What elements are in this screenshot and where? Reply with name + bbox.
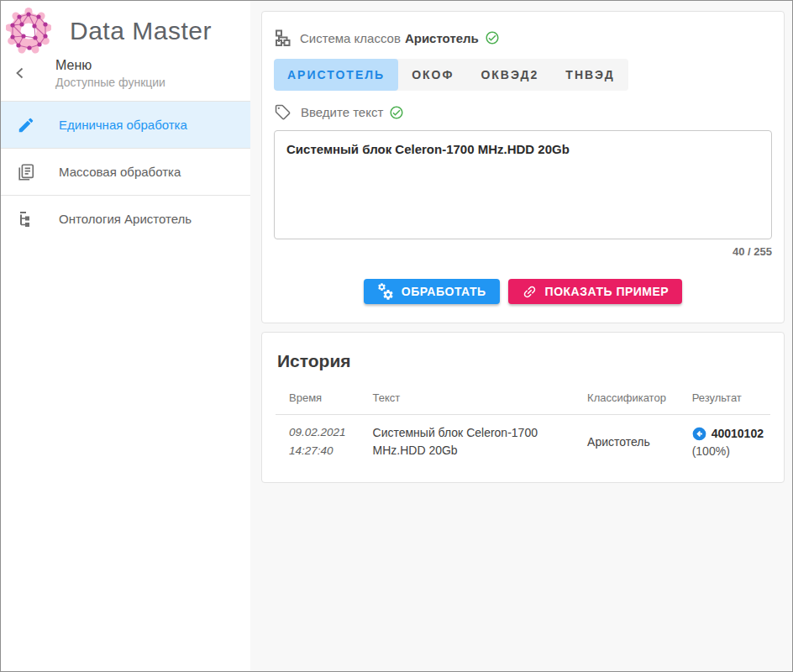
show-example-button-label: ПОКАЗАТЬ ПРИМЕР (545, 285, 670, 298)
check-circle-icon (485, 30, 500, 45)
classifier-row: Система классов Аристотель (274, 29, 772, 46)
tab-tnved[interactable]: ТНВЭД (552, 59, 628, 91)
data-master-logo-icon (6, 8, 51, 55)
classifier-tabs: АРИСТОТЕЛЬ ОКОФ ОКВЭД2 ТНВЭД (274, 59, 628, 91)
check-circle-icon (389, 105, 404, 120)
menu-header: Меню Доступные функции (1, 56, 250, 101)
sidebar: Data Master Меню Доступные функции Едини… (1, 1, 250, 671)
history-title: История (276, 346, 770, 383)
sidebar-item-ontology[interactable]: Онтология Аристотель (1, 195, 250, 242)
column-header-result: Результат (679, 383, 770, 415)
collapse-sidebar-chevron-left-icon[interactable] (14, 66, 26, 83)
menu-subtitle: Доступные функции (55, 76, 242, 89)
pencil-icon (16, 116, 36, 134)
column-header-time: Время (276, 383, 360, 415)
input-label-row: Введите текст (274, 103, 772, 121)
schema-icon (274, 29, 291, 46)
document-icon (16, 163, 36, 181)
menu-title: Меню (55, 58, 242, 73)
logo-row: Data Master (1, 1, 250, 56)
processing-card: Система классов Аристотель АРИСТОТЕЛЬ ОК… (261, 11, 785, 323)
history-cell-result: 40010102 (100%) (679, 415, 770, 471)
sidebar-nav: Единичная обработка Массовая обработка (1, 101, 250, 242)
classifier-label: Система классов (300, 31, 401, 45)
history-cell-text: Системный блок Celeron-1700 MHz.HDD 20Gb (360, 415, 575, 471)
tab-okof[interactable]: ОКОФ (398, 59, 467, 91)
arrow-left-circle-icon[interactable] (692, 427, 706, 441)
column-header-classifier: Классификатор (574, 383, 679, 415)
history-date: 09.02.2021 (289, 423, 353, 442)
sidebar-item-single-processing[interactable]: Единичная обработка (1, 101, 250, 148)
result-code: 40010102 (712, 427, 764, 440)
sidebar-item-label: Единичная обработка (59, 118, 187, 132)
column-header-text: Текст (360, 383, 575, 415)
result-percent: (100%) (692, 444, 764, 458)
tag-icon (274, 103, 291, 121)
process-button[interactable]: ОБРАБОТАТЬ (364, 279, 500, 304)
ontology-tree-icon (16, 210, 36, 228)
history-card: История Время Текст Классификатор Резуль… (261, 332, 785, 483)
main-content: Система классов Аристотель АРИСТОТЕЛЬ ОК… (250, 1, 792, 671)
sidebar-item-mass-processing[interactable]: Массовая обработка (1, 148, 250, 195)
table-row: 09.02.2021 14:27:40 Системный блок Celer… (276, 415, 770, 471)
history-cell-classifier: Аристотель (574, 415, 679, 471)
history-header-row: Время Текст Классификатор Результат (276, 383, 770, 415)
action-buttons: ОБРАБОТАТЬ ПОКАЗАТЬ ПРИМЕР (274, 279, 772, 304)
app-window: Data Master Меню Доступные функции Едини… (0, 0, 793, 672)
history-time: 14:27:40 (289, 442, 353, 460)
show-example-button[interactable]: ПОКАЗАТЬ ПРИМЕР (508, 279, 683, 304)
history-table: Время Текст Классификатор Результат 09.0… (276, 383, 770, 470)
sidebar-item-label: Онтология Аристотель (59, 212, 192, 226)
tab-aristotel[interactable]: АРИСТОТЕЛЬ (274, 59, 398, 91)
classifier-value: Аристотель (405, 31, 479, 45)
char-counter: 40 / 255 (274, 245, 772, 258)
link-icon (522, 284, 538, 300)
sidebar-item-label: Массовая обработка (59, 165, 181, 179)
app-title: Data Master (70, 17, 212, 45)
history-cell-time: 09.02.2021 14:27:40 (276, 415, 360, 471)
input-label: Введите текст (301, 105, 383, 119)
text-input[interactable]: Системный блок Celeron-1700 MHz.HDD 20Gb (274, 130, 772, 239)
process-button-label: ОБРАБОТАТЬ (402, 285, 486, 298)
tab-okved2[interactable]: ОКВЭД2 (467, 59, 552, 91)
gears-icon (377, 283, 394, 300)
